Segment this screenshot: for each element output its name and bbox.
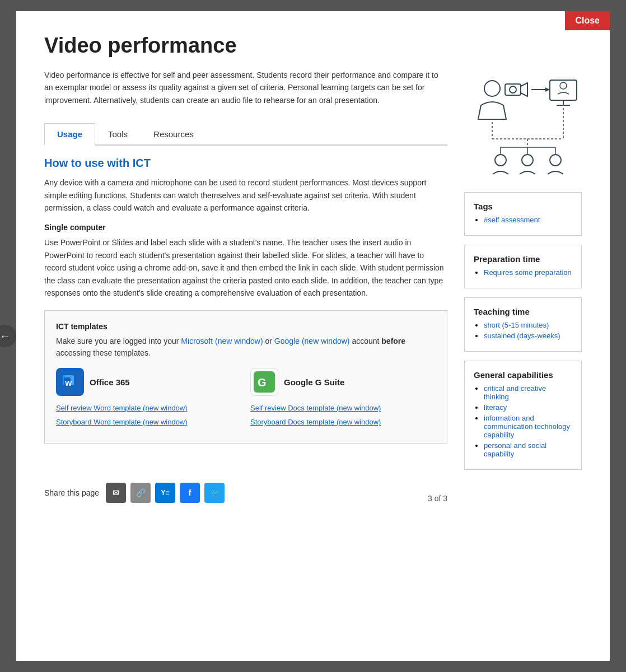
share-bar: Share this page ✉ 🔗 Y≡ f	[44, 477, 225, 503]
share-yammer-icon[interactable]: Y≡	[155, 483, 175, 503]
templates-intro-before: Make sure you are logged into your	[56, 337, 181, 346]
list-item: sustained (days-weeks)	[484, 332, 572, 340]
google-logo: G	[250, 368, 278, 396]
tag-link-self-assessment[interactable]: #self assessment	[484, 216, 540, 224]
capability-link-creative[interactable]: critical and creative thinking	[484, 384, 546, 401]
tabs-container: Usage Tools Resources	[44, 123, 447, 146]
list-item: short (5-15 minutes)	[484, 321, 572, 329]
storyboard-docs-link[interactable]: Storyboard Docs template (new window)	[250, 418, 436, 426]
self-review-docs-link[interactable]: Self review Docs template (new window)	[250, 404, 436, 412]
svg-point-25	[495, 155, 506, 166]
office-logo: W	[56, 368, 84, 396]
back-button[interactable]: ←	[0, 325, 16, 347]
capability-link-social[interactable]: personal and social capability	[484, 441, 546, 458]
templates-grid: W Office 365 Self review Word template (…	[56, 368, 436, 432]
capabilities-card: General capabilities critical and creati…	[464, 361, 582, 470]
templates-bold: before	[381, 337, 405, 346]
teaching-title: Teaching time	[474, 307, 572, 316]
preparation-list: Requires some preparation	[474, 268, 572, 277]
google-header: G Google G Suite	[250, 368, 436, 396]
tags-card: Tags #self assessment	[464, 192, 582, 236]
templates-intro-after: account	[352, 337, 381, 346]
office-name: Office 365	[90, 377, 130, 387]
svg-marker-11	[545, 87, 550, 92]
hero-illustration	[464, 69, 582, 181]
storyboard-word-link[interactable]: Storyboard Word template (new window)	[56, 418, 241, 426]
google-name: Google G Suite	[284, 377, 344, 387]
share-label: Share this page	[44, 488, 99, 497]
page-description: Video performance is effective for self …	[44, 69, 447, 106]
svg-point-27	[550, 155, 561, 166]
close-button[interactable]: Close	[565, 11, 610, 30]
modal-container: Close ← Video performance Video performa…	[16, 11, 610, 661]
share-email-icon[interactable]: ✉	[106, 483, 126, 503]
teaching-link-short[interactable]: short (5-15 minutes)	[484, 321, 549, 329]
usage-intro: Any device with a camera and microphone …	[44, 176, 447, 214]
tags-title: Tags	[474, 202, 572, 211]
list-item: Requires some preparation	[484, 268, 572, 277]
back-icon: ←	[0, 330, 11, 343]
teaching-link-sustained[interactable]: sustained (days-weeks)	[484, 332, 560, 340]
google-link[interactable]: Google (new window)	[274, 337, 350, 346]
capability-link-ict[interactable]: information and communication technology…	[484, 414, 570, 439]
share-link-icon[interactable]: 🔗	[130, 483, 151, 503]
preparation-title: Preparation time	[474, 254, 572, 264]
single-computer-text: Use PowerPoint or Slides and label each …	[44, 236, 447, 299]
ict-templates-heading: ICT templates	[56, 322, 436, 331]
ict-templates-box: ICT templates Make sure you are logged i…	[44, 310, 447, 444]
svg-point-7	[484, 81, 500, 96]
pagination: 3 of 3	[428, 494, 447, 503]
microsoft-link[interactable]: Microsoft (new window)	[181, 337, 263, 346]
templates-intro: Make sure you are logged into your Micro…	[56, 335, 436, 359]
capabilities-title: General capabilities	[474, 370, 572, 380]
templates-after-bold: accessing these templates.	[56, 348, 151, 357]
capability-link-literacy[interactable]: literacy	[484, 403, 507, 412]
tab-content-usage: How to use with ICT Any device with a ca…	[44, 157, 447, 444]
svg-point-26	[522, 155, 533, 166]
usage-heading: How to use with ICT	[44, 157, 447, 170]
list-item: information and communication technology…	[484, 414, 572, 439]
tags-list: #self assessment	[474, 216, 572, 224]
share-footer: Share this page ✉ 🔗 Y≡ f	[44, 460, 447, 503]
share-twitter-icon[interactable]: 🐦	[204, 483, 225, 503]
tab-usage[interactable]: Usage	[44, 123, 95, 146]
self-review-word-link[interactable]: Self review Word template (new window)	[56, 404, 241, 412]
svg-rect-12	[550, 80, 577, 100]
sidebar: Tags #self assessment Preparation time R…	[464, 69, 582, 503]
main-content: Video performance is effective for self …	[44, 69, 447, 503]
page-title: Video performance	[44, 34, 582, 58]
list-item: personal and social capability	[484, 441, 572, 458]
teaching-list: short (5-15 minutes) sustained (days-wee…	[474, 321, 572, 340]
list-item: literacy	[484, 403, 572, 412]
teaching-card: Teaching time short (5-15 minutes) susta…	[464, 297, 582, 352]
preparation-link[interactable]: Requires some preparation	[484, 268, 572, 277]
tab-resources[interactable]: Resources	[141, 123, 207, 144]
svg-text:G: G	[258, 376, 267, 389]
svg-point-9	[510, 86, 516, 93]
svg-text:W: W	[65, 379, 72, 388]
templates-or: or	[265, 337, 274, 346]
google-template-group: G Google G Suite Self review Docs templa…	[250, 368, 436, 432]
capabilities-list: critical and creative thinking literacy …	[474, 384, 572, 458]
office-template-group: W Office 365 Self review Word template (…	[56, 368, 241, 432]
svg-point-16	[560, 82, 567, 89]
list-item: #self assessment	[484, 216, 572, 224]
list-item: critical and creative thinking	[484, 384, 572, 401]
preparation-card: Preparation time Requires some preparati…	[464, 245, 582, 288]
single-computer-heading: Single computer	[44, 223, 447, 232]
share-facebook-icon[interactable]: f	[180, 483, 200, 503]
office-header: W Office 365	[56, 368, 241, 396]
tab-tools[interactable]: Tools	[95, 123, 141, 144]
